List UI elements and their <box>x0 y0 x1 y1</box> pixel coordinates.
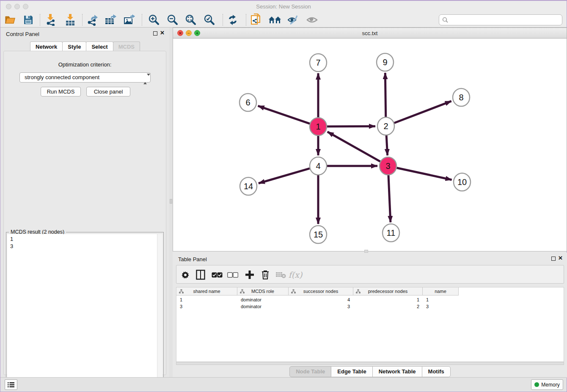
edge-3-11[interactable] <box>388 175 391 222</box>
zoom-out-icon[interactable] <box>165 13 180 27</box>
delete-table-icon[interactable] <box>274 268 288 282</box>
gear-icon[interactable] <box>179 268 192 282</box>
close-table-panel-icon[interactable]: ✕ <box>558 255 563 261</box>
memory-button[interactable]: Memory <box>531 379 563 390</box>
table-cell[interactable]: 2 <box>353 303 423 310</box>
column-header-shared-name[interactable]: shared name <box>176 287 237 295</box>
node-9[interactable]: 9 <box>377 53 394 71</box>
svg-text:7: 7 <box>316 58 320 67</box>
column-header-MCDS-role[interactable]: MCDS role <box>237 287 289 295</box>
import-network-icon[interactable] <box>43 13 58 27</box>
tab-motifs[interactable]: Motifs <box>422 366 451 377</box>
table-cell[interactable]: 1 <box>353 296 423 303</box>
node-7[interactable]: 7 <box>310 54 327 72</box>
mcds-result-scrollbar[interactable] <box>157 234 162 388</box>
table-cell[interactable]: 1 <box>423 296 459 303</box>
zoom-in-icon[interactable] <box>146 13 161 27</box>
column-layout-icon[interactable] <box>194 268 207 282</box>
network-view-window: ✕ − + scc.txt 7968124314101511 <box>173 28 567 251</box>
edge-1-2[interactable] <box>327 126 375 127</box>
table-cell[interactable]: 4 <box>289 296 353 303</box>
edge-3-10[interactable] <box>397 168 452 179</box>
close-panel-icon[interactable]: ✕ <box>160 30 165 36</box>
show-all-icon[interactable] <box>305 13 320 27</box>
select-all-icon[interactable] <box>210 268 224 282</box>
node-11[interactable]: 11 <box>383 224 399 242</box>
run-mcds-button[interactable]: Run MCDS <box>41 87 81 97</box>
node-6[interactable]: 6 <box>239 94 256 111</box>
tab-node-table[interactable]: Node Table <box>289 366 331 377</box>
tab-network-table[interactable]: Network Table <box>372 366 422 377</box>
table-cell[interactable]: 3 <box>289 303 353 310</box>
node-8[interactable]: 8 <box>453 88 470 106</box>
optimization-criterion-dropdown[interactable]: strongly connected component <box>19 72 151 83</box>
edge-2-3[interactable] <box>386 135 388 155</box>
node-14[interactable]: 14 <box>240 177 257 195</box>
column-header-predecessor-nodes[interactable]: predecessor nodes <box>353 287 423 295</box>
function-builder-icon[interactable]: f(x) <box>289 268 302 282</box>
node-10[interactable]: 10 <box>454 173 471 191</box>
close-panel-button[interactable]: Close panel <box>86 87 130 97</box>
mcds-result-box: MCDS result (2 nodes) 1 3 <box>6 232 164 389</box>
column-header-name[interactable]: name <box>423 287 459 295</box>
table-row[interactable]: 1dominator411 <box>176 296 564 303</box>
column-header-successor-nodes[interactable]: successor nodes <box>289 287 353 295</box>
node-4[interactable]: 4 <box>310 157 327 175</box>
zoom-fit-icon[interactable] <box>183 13 198 27</box>
table-cell[interactable]: 1 <box>176 296 237 303</box>
add-column-icon[interactable] <box>243 268 256 282</box>
import-table-icon[interactable] <box>63 13 78 27</box>
mcds-result-textarea[interactable]: 1 3 <box>7 234 162 388</box>
deselect-all-icon[interactable] <box>226 268 239 282</box>
new-network-from-selection-icon[interactable] <box>248 13 264 27</box>
table-row[interactable]: 3dominator323 <box>176 303 564 310</box>
window-resize-grip[interactable] <box>364 250 368 253</box>
network-window-titlebar[interactable]: ✕ − + scc.txt <box>173 28 567 39</box>
open-session-icon[interactable] <box>3 13 18 27</box>
list-icon <box>8 382 14 388</box>
hide-selected-icon[interactable] <box>286 13 301 27</box>
table-toolbar: f(x) <box>176 265 564 284</box>
table-cell[interactable]: 3 <box>423 303 459 310</box>
export-network-icon[interactable] <box>85 13 100 27</box>
edge-2-9[interactable] <box>385 73 385 117</box>
node-table[interactable]: shared nameMCDS rolesuccessor nodesprede… <box>176 287 564 362</box>
save-session-icon[interactable] <box>21 13 36 27</box>
tab-edge-table[interactable]: Edge Table <box>331 366 372 377</box>
task-history-button[interactable] <box>5 379 17 390</box>
export-image-icon[interactable] <box>122 13 137 27</box>
edge-2-8[interactable] <box>394 101 451 123</box>
network-window-title: scc.txt <box>173 30 567 36</box>
node-3[interactable]: 3 <box>380 157 396 175</box>
panel-splitter[interactable] <box>169 28 173 378</box>
graphics-details-icon[interactable] <box>267 13 283 27</box>
delete-column-icon[interactable] <box>259 268 272 282</box>
table-cell[interactable]: dominator <box>237 303 289 310</box>
network-canvas[interactable]: 7968124314101511 <box>173 39 567 251</box>
main-toolbar <box>0 12 567 28</box>
zoom-selected-icon[interactable] <box>201 13 217 27</box>
svg-text:11: 11 <box>387 228 396 237</box>
edge-1-6[interactable] <box>258 106 310 124</box>
float-panel-icon[interactable] <box>153 31 157 36</box>
table-cell[interactable]: 3 <box>176 303 237 310</box>
node-2[interactable]: 2 <box>377 117 394 135</box>
svg-text:6: 6 <box>245 98 250 107</box>
toolbar-separator <box>246 14 246 26</box>
svg-text:4: 4 <box>316 161 320 171</box>
float-table-panel-icon[interactable] <box>551 257 556 261</box>
window-titlebar: Session: New Session <box>0 1 567 12</box>
splitter-grip[interactable] <box>170 199 172 204</box>
node-15[interactable]: 15 <box>310 226 327 243</box>
table-scrollbar[interactable] <box>176 362 564 365</box>
node-1[interactable]: 1 <box>310 118 327 135</box>
refresh-layout-icon[interactable] <box>225 13 240 27</box>
control-panel-title: Control Panel <box>6 31 39 37</box>
network-graph[interactable]: 7968124314101511 <box>173 39 567 251</box>
optimization-criterion-label: Optimization criterion: <box>4 61 166 68</box>
edge-3-1[interactable] <box>328 132 380 161</box>
search-input[interactable] <box>439 14 562 25</box>
edge-4-14[interactable] <box>259 168 310 183</box>
export-table-icon[interactable] <box>103 13 118 27</box>
table-cell[interactable]: dominator <box>237 296 289 303</box>
